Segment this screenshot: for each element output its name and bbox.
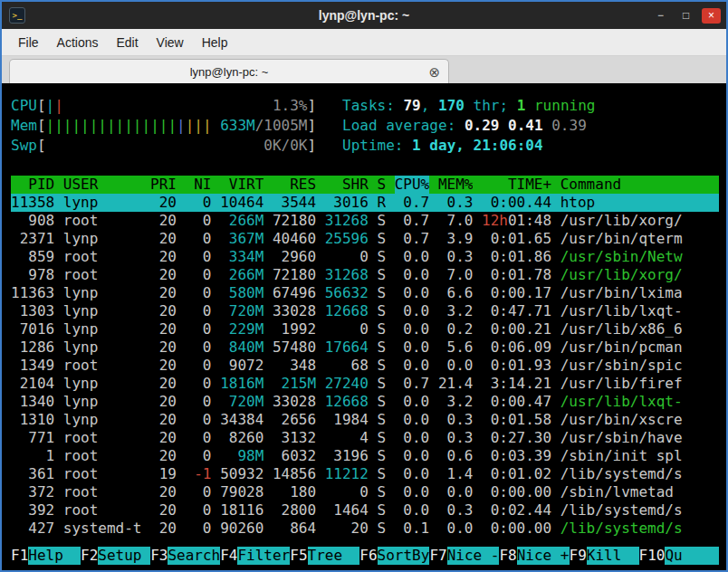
cell-res: 14856 (273, 465, 316, 483)
cell-virt: 18116 (220, 501, 263, 520)
cell-cmd: /usr/bin/pcman (560, 338, 719, 357)
process-row-1303[interactable]: 1303lynp200720M3302812668S0.03.20:47.71/… (11, 302, 719, 320)
title-bar[interactable]: >_ lynp@lyn-pc: ~ − □ × (2, 2, 726, 29)
cell-res: 2800 (273, 501, 316, 520)
cell-ni: 0 (186, 411, 212, 429)
process-row-7016[interactable]: 7016lynp200229M19920S0.00.20:00.21/usr/l… (11, 320, 719, 338)
meter-value: 633M/1005M (220, 116, 307, 136)
column-header-shr[interactable]: SHR (325, 176, 369, 194)
process-row-1349[interactable]: 1349root200907234868S0.00.00:01.93/usr/s… (11, 357, 719, 375)
cell-pid: 372 (11, 483, 54, 501)
cell-cpu: 0.0 (395, 320, 430, 338)
column-header-mem[interactable]: MEM% (438, 176, 474, 194)
column-header-pid[interactable]: PID (11, 176, 54, 194)
fn-f2[interactable]: F2Setup (81, 547, 150, 565)
cell-pid: 1286 (11, 338, 54, 357)
fn-f7[interactable]: F7Nice - (429, 547, 499, 565)
menu-item-file[interactable]: File (9, 32, 48, 53)
process-row-361[interactable]: 361root19-1509321485611212S0.01.40:01.02… (11, 465, 719, 483)
cell-virt: 720M (220, 393, 263, 411)
fn-f9[interactable]: F9Kill (570, 547, 639, 565)
meter-cpu: CPU[||1.3%] (11, 96, 316, 116)
cell-s: S (377, 375, 386, 393)
process-row-11358[interactable]: 11358lynp2001046435443016R0.70.30:00.44h… (11, 194, 719, 212)
cell-ni: 0 (186, 284, 212, 302)
cell-ni: 0 (186, 194, 212, 212)
fn-action-label: Setup (98, 547, 150, 565)
cell-time: 0:47.71 (482, 302, 551, 320)
column-header-cpu[interactable]: CPU% (395, 176, 430, 194)
cell-mem: 0.0 (438, 520, 474, 538)
process-row-771[interactable]: 771root200826031324S0.00.30:27.30/usr/sb… (11, 429, 719, 447)
process-row-2371[interactable]: 2371lynp200367M4046025596S0.73.90:01.65/… (11, 230, 719, 248)
cell-res: 33028 (273, 393, 316, 411)
menu-item-view[interactable]: View (148, 32, 193, 53)
cell-mem: 0.3 (438, 429, 474, 447)
cell-pri: 20 (150, 447, 177, 465)
cell-virt: 840M (220, 338, 263, 357)
process-row-1310[interactable]: 1310lynp2003438426561984S0.00.30:01.58/u… (11, 411, 719, 429)
fn-f8[interactable]: F8Nice + (499, 547, 569, 565)
column-header-s[interactable]: S (377, 176, 386, 194)
process-row-2104[interactable]: 2104lynp2001816M215M27240S0.721.43:14.21… (11, 375, 719, 393)
cell-cmd: /usr/sbin/have (560, 429, 719, 447)
terminal-tab[interactable]: lynp@lyn-pc: ~ ⊗ (9, 59, 449, 83)
process-row-1340[interactable]: 1340lynp200720M3302812668S0.03.20:00.47/… (11, 393, 719, 411)
process-row-372[interactable]: 372root200790281800S0.00.00:00.00/sbin/l… (11, 483, 719, 501)
cell-time: 0:00.17 (482, 284, 551, 302)
column-header-ni[interactable]: NI (186, 176, 212, 194)
cell-user: root (63, 483, 142, 501)
cell-time: 0:01.78 (482, 266, 551, 284)
column-header-pri[interactable]: PRI (150, 176, 177, 194)
terminal-screen[interactable]: CPU[||1.3%]Mem[|||||||||||||||||||633M/1… (2, 83, 726, 570)
cell-cpu: 0.7 (395, 375, 430, 393)
cell-cpu: 0.0 (395, 465, 430, 483)
cell-virt: 8260 (220, 429, 263, 447)
cell-cmd: /usr/lib/lxqt- (560, 393, 719, 411)
process-row-1[interactable]: 1root20098M60323196S0.00.60:03.39/sbin/i… (11, 447, 719, 465)
process-row-11363[interactable]: 11363lynp200580M6749656632S0.06.60:00.17… (11, 284, 719, 302)
process-row-392[interactable]: 392root2001811628001464S0.00.30:02.44/li… (11, 501, 719, 520)
column-header-cmd[interactable]: Command (560, 176, 719, 194)
column-header-virt[interactable]: VIRT (220, 176, 263, 194)
cell-res: 72180 (273, 266, 316, 284)
fn-f1[interactable]: F1Help (11, 547, 81, 565)
column-header-res[interactable]: RES (273, 176, 316, 194)
menu-item-help[interactable]: Help (193, 32, 237, 53)
fn-action-label: SortBy (378, 547, 430, 565)
process-row-427[interactable]: 427systemd-t2009026086420S0.10.00:00.00/… (11, 520, 719, 538)
minimize-button[interactable]: − (651, 8, 670, 24)
fn-f6[interactable]: F6SortBy (359, 547, 429, 565)
fn-f10[interactable]: F10Qu (639, 547, 719, 565)
cell-pid: 7016 (11, 320, 54, 338)
cell-cmd: /usr/bin/xscre (560, 411, 719, 429)
maximize-button[interactable]: □ (676, 8, 695, 24)
cell-user: systemd-t (63, 520, 142, 538)
cell-mem: 7.0 (438, 212, 474, 230)
column-header-user[interactable]: USER (63, 176, 142, 194)
process-row-978[interactable]: 978root200266M7218031268S0.07.00:01.78/u… (11, 266, 719, 284)
menu-item-actions[interactable]: Actions (48, 32, 108, 53)
process-row-859[interactable]: 859root200334M29600S0.00.30:01.86/usr/sb… (11, 248, 719, 266)
cell-user: lynp (63, 338, 142, 357)
load-average: Load average: 0.29 0.41 0.39 (342, 116, 595, 136)
cell-time: 0:00.21 (482, 320, 551, 338)
process-row-1286[interactable]: 1286lynp200840M5748017664S0.05.60:06.09/… (11, 338, 719, 357)
menu-item-edit[interactable]: Edit (107, 32, 147, 53)
cell-ni: 0 (186, 357, 212, 375)
fn-f5[interactable]: F5Tree (290, 547, 359, 565)
column-header-time[interactable]: TIME+ (482, 176, 551, 194)
tab-close-icon[interactable]: ⊗ (428, 65, 440, 79)
cell-pid: 1340 (11, 393, 54, 411)
cell-res: 33028 (273, 302, 316, 320)
process-row-908[interactable]: 908root200266M7218031268S0.77.012h01:48/… (11, 212, 719, 230)
cell-s: S (377, 320, 386, 338)
meters: CPU[||1.3%]Mem[|||||||||||||||||||633M/1… (11, 96, 316, 156)
close-button[interactable]: × (702, 8, 721, 24)
cell-res: 180 (273, 483, 316, 501)
fn-action-label: Search (168, 547, 220, 565)
fn-f3[interactable]: F3Search (150, 547, 220, 565)
tasks-summary: Tasks: 79, 170 thr; 1 running (342, 96, 595, 116)
cell-cmd: /lib/systemd/s (560, 501, 719, 520)
fn-f4[interactable]: F4Filter (220, 547, 290, 565)
